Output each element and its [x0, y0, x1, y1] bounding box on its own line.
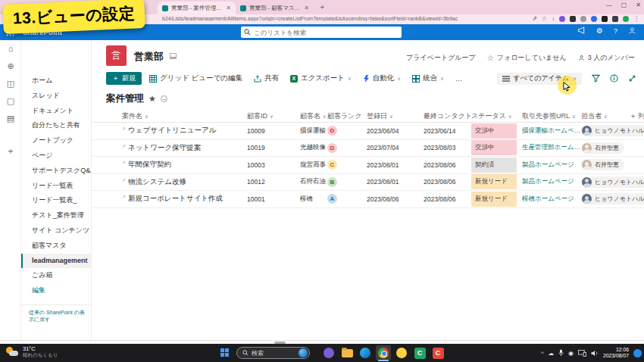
settings-gear-icon[interactable]: ⚙: [596, 27, 603, 35]
weather-widget[interactable]: 31°C 晴れのちくもり: [6, 345, 58, 358]
column-header[interactable]: 顧客ランク↓∨: [327, 110, 365, 123]
browser-tab-4[interactable]: 営業部 - 顧客マスタ - すべてのアイテ ✕: [236, 2, 314, 14]
item-title[interactable]: 年間保守契約: [128, 160, 171, 170]
volume-icon[interactable]: [591, 350, 599, 357]
news-icon[interactable]: ◫: [0, 75, 21, 92]
account-icon[interactable]: [628, 27, 636, 35]
partner-url-link[interactable]: 生産管理部ホームペー...: [522, 143, 581, 152]
integrate-button[interactable]: 統合∨: [412, 73, 444, 83]
taskbar-app-purple[interactable]: [321, 345, 336, 360]
partner-url-link[interactable]: 損保運輸ホームページ: [522, 126, 581, 136]
table-row[interactable]: ↗ネットワーク保守提案10019光越映像D2023/07/042023/08/0…: [92, 140, 644, 158]
list-info-icon[interactable]: [161, 95, 167, 102]
taskbar-app-green-c[interactable]: C: [412, 345, 427, 360]
sidebar-item-スレッド[interactable]: スレッド: [21, 89, 91, 104]
documents-icon[interactable]: ▢: [0, 92, 21, 110]
owner-pill[interactable]: 石井聖恵: [581, 159, 624, 170]
extension-icon[interactable]: [612, 16, 618, 22]
start-button[interactable]: [220, 348, 230, 357]
column-header[interactable]: 担当者∨: [581, 110, 644, 123]
file-explorer-icon[interactable]: [339, 345, 355, 360]
edge-icon[interactable]: [358, 345, 373, 360]
site-logo[interactable]: 営: [106, 45, 127, 66]
close-icon[interactable]: ✕: [636, 2, 641, 8]
item-title[interactable]: ウェブサイトリニューアル: [128, 126, 216, 136]
share-button[interactable]: 共有: [254, 73, 279, 83]
extension-icon[interactable]: [580, 16, 586, 22]
create-icon[interactable]: ＋: [0, 142, 21, 160]
chrome-icon[interactable]: [376, 345, 391, 360]
taskbar-app-yellow[interactable]: [394, 345, 409, 360]
feedback-icon[interactable]: [577, 27, 586, 35]
expand-icon[interactable]: [628, 74, 636, 83]
more-commands-button[interactable]: …: [455, 74, 463, 83]
tab-close-icon[interactable]: ✕: [304, 5, 309, 11]
column-header[interactable]: 最終コンタクト日∨: [424, 110, 470, 123]
partner-url-link[interactable]: 桜橋ホームページ: [522, 195, 574, 204]
column-header[interactable]: 登録日∨: [367, 110, 420, 123]
column-header[interactable]: 顧客ID∨: [247, 110, 295, 123]
microphone-icon[interactable]: [558, 349, 564, 357]
export-button[interactable]: X エクスポート∨: [290, 73, 352, 83]
browser-menu-icon[interactable]: ⋮: [633, 15, 639, 22]
taskbar-clock[interactable]: 12:06 2023/08/07: [603, 347, 629, 360]
extension-icon[interactable]: [591, 16, 597, 22]
table-row[interactable]: ↗物流システム改修10012石狩石油B2023/08/012023/08/06新…: [92, 174, 644, 192]
owner-pill[interactable]: ヒョウノモトハル: [581, 125, 644, 136]
extension-icon[interactable]: [570, 16, 576, 22]
owner-pill[interactable]: ヒョウノモトハル: [581, 176, 644, 188]
column-header[interactable]: ステータス∨: [471, 110, 520, 123]
sidebar-item-ページ[interactable]: ページ: [21, 148, 91, 164]
sidebar-item-leadmanagement[interactable]: leadmanagement: [21, 254, 91, 269]
share-icon[interactable]: ⇗: [532, 15, 537, 22]
profile-avatar-icon[interactable]: [623, 16, 629, 22]
owner-pill[interactable]: ヒョウノモトハル: [581, 193, 644, 204]
extension-icon[interactable]: [559, 16, 565, 22]
taskbar-app-red-c[interactable]: C: [430, 345, 445, 360]
sidebar-item-リード一覧表_[interactable]: リード一覧表_: [21, 193, 91, 208]
partner-url-link[interactable]: 製品ホームページ: [522, 177, 574, 186]
sidebar-item-サポートデスクQ&A[interactable]: サポートデスクQ&A: [21, 164, 91, 179]
minimize-icon[interactable]: —: [606, 2, 612, 8]
sidebar-item-ホーム[interactable]: ホーム: [21, 73, 91, 89]
sidebar-item-サイト コンテンツ[interactable]: サイト コンテンツ: [21, 223, 91, 239]
tab-close-icon[interactable]: ✕: [226, 5, 231, 11]
lists-icon[interactable]: ▤: [0, 110, 21, 127]
table-row[interactable]: ↗年間保守契約10003龍宮商事C2023/08/012023/08/06契約済…: [92, 157, 644, 174]
members-button[interactable]: 3 人のメンバー: [578, 53, 635, 63]
filter-icon[interactable]: [592, 74, 600, 83]
new-item-button[interactable]: ＋新規: [106, 72, 142, 85]
owner-pill[interactable]: 石井聖恵: [581, 142, 624, 154]
extension-icon[interactable]: [602, 16, 608, 22]
onedrive-cloud-icon[interactable]: ☁: [548, 350, 554, 357]
new-tab-button[interactable]: ＋: [318, 2, 326, 14]
sidebar-item-ごみ箱[interactable]: ごみ箱: [21, 268, 91, 283]
sidebar-item-ドキュメント[interactable]: ドキュメント: [21, 104, 91, 119]
follow-button[interactable]: ☆フォローしていません: [487, 53, 567, 63]
grid-edit-button[interactable]: グリッド ビューでの編集: [149, 73, 242, 83]
sidebar-item-顧客マスタ[interactable]: 顧客マスタ: [21, 239, 91, 254]
nav-edit-link[interactable]: 編集: [21, 283, 91, 298]
notification-badge[interactable]: [633, 349, 642, 357]
automate-button[interactable]: 自動化∨: [363, 73, 401, 83]
taskbar-search-box[interactable]: 検索: [236, 347, 310, 359]
column-header[interactable]: 取引先参照URL∨: [522, 110, 581, 123]
mysites-globe-icon[interactable]: ⊕: [0, 58, 21, 75]
search-input[interactable]: [254, 29, 390, 36]
partner-url-link[interactable]: 製品ホームページ: [522, 161, 574, 170]
maximize-icon[interactable]: ▢: [621, 2, 627, 8]
column-header[interactable]: 案件名∨: [122, 110, 247, 123]
sidebar-item-ノートブック[interactable]: ノートブック: [21, 133, 91, 148]
item-title[interactable]: ネットワーク保守提案: [128, 143, 201, 153]
device-icon[interactable]: [578, 350, 586, 357]
table-row[interactable]: ↗新規コーポレートサイト作成10001桜橋A2023/08/062023/08/…: [92, 191, 644, 208]
sidebar-item-テスト_案件管理[interactable]: テスト_案件管理: [21, 208, 91, 223]
sidebar-item-自分たちと共有[interactable]: 自分たちと共有: [21, 118, 91, 133]
bookmark-star-icon[interactable]: ☆: [542, 15, 547, 22]
download-icon[interactable]: ↓: [552, 15, 555, 22]
info-icon[interactable]: [610, 74, 618, 83]
item-title[interactable]: 新規コーポレートサイト作成: [128, 194, 223, 204]
sidebar-item-リード一覧表[interactable]: リード一覧表: [21, 179, 91, 194]
help-icon[interactable]: ?: [614, 27, 617, 35]
site-title[interactable]: 営業部: [134, 50, 164, 64]
